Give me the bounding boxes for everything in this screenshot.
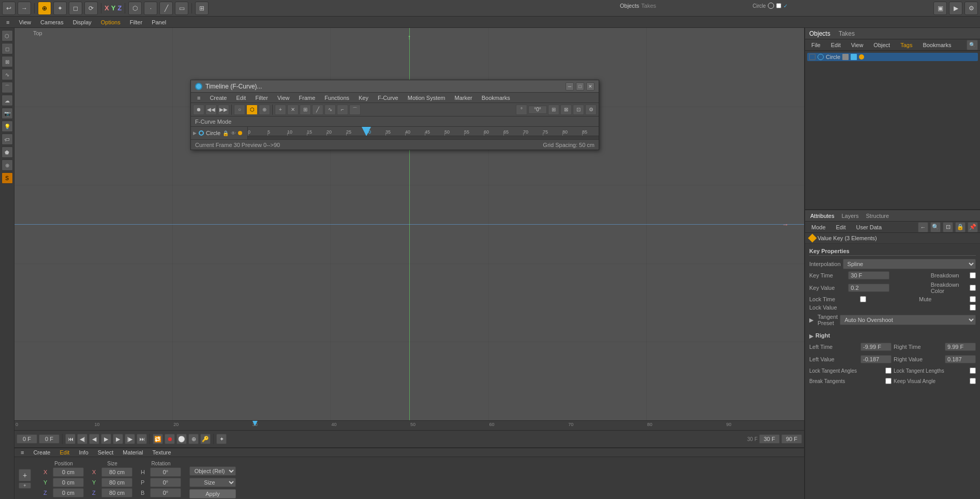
timeline-titlebar[interactable]: Timeline (F-Curve)... ─ □ ✕ [191, 80, 599, 93]
close-btn[interactable]: ✕ [586, 82, 595, 91]
minimize-btn[interactable]: ─ [566, 82, 574, 91]
scale-btn[interactable]: ◻ [69, 2, 82, 15]
tl-menu-frame[interactable]: Frame [295, 94, 320, 102]
lockvalue-checkbox[interactable] [970, 304, 976, 311]
bottom-info[interactable]: Info [75, 448, 92, 457]
pos-z-input[interactable] [53, 488, 84, 497]
tl-menu-fcurve[interactable]: F-Curve [374, 94, 403, 102]
lock-icon[interactable]: 🔒 [222, 130, 229, 136]
tangent-triangle[interactable]: ▶ [809, 317, 813, 324]
rot-b-input[interactable] [150, 488, 181, 497]
bottom-texture[interactable]: Texture [148, 448, 175, 457]
tl-filter-btn[interactable]: ⊡ [573, 105, 584, 115]
add-tag-btn[interactable]: + [19, 482, 31, 489]
tl-prev-btn[interactable]: ◀◀ [205, 105, 217, 115]
menu-cameras[interactable]: Cameras [36, 18, 68, 26]
redo-btn[interactable]: → [18, 2, 31, 15]
sidebar-light-btn[interactable]: 💡 [2, 121, 13, 132]
anim-motion-btn[interactable]: ⊕ [188, 434, 199, 444]
obj-tag2[interactable] [851, 54, 857, 60]
maximize-btn[interactable]: □ [576, 82, 584, 91]
lock-tangent-angles-checkbox[interactable] [885, 368, 892, 374]
obj-menu-tags[interactable]: Tags [896, 41, 916, 49]
keytime-input[interactable] [848, 271, 889, 280]
size-x-input[interactable] [101, 467, 132, 477]
tl-menu-filter[interactable]: Filter [251, 94, 272, 102]
edge-mode-btn[interactable]: ╱ [159, 2, 173, 15]
menu-options[interactable]: Options [97, 18, 125, 26]
anim-ruler[interactable]: 0 10 20 30 40 50 60 70 80 90 [14, 421, 804, 431]
collapse-arrow[interactable]: ▶ [193, 130, 197, 136]
obj-menu-bookmarks[interactable]: Bookmarks [918, 41, 955, 49]
tl-settings-btn[interactable]: ⚙ [585, 105, 597, 115]
menu-hamburger[interactable]: ≡ [2, 18, 13, 26]
obj-menu-view[interactable]: View [847, 41, 868, 49]
tl-motion-btn[interactable]: ⊕ [259, 105, 270, 115]
anim-next-btn[interactable]: ▶ [113, 434, 123, 444]
left-time-input[interactable] [860, 343, 892, 351]
tangent-preset-select[interactable]: Auto No Overshoot Auto Custom Linear Ste… [840, 315, 976, 325]
breakdown-color-checkbox[interactable] [970, 285, 976, 291]
rotate-btn[interactable]: ⟳ [84, 2, 98, 15]
breakdown-checkbox[interactable] [970, 272, 976, 278]
vis-icon[interactable]: 👁 [231, 130, 236, 136]
anim-auto-btn[interactable]: ⚪ [176, 434, 187, 444]
object-mode-btn[interactable]: ⬡ [128, 2, 142, 15]
tab-layers[interactable]: Layers [838, 212, 862, 220]
attr-search-btn[interactable]: 🔍 [930, 222, 941, 232]
obj-visibility-check[interactable] [809, 54, 815, 60]
fcurve-graph[interactable]: 0 5 10 15 20 25 30 35 40 45 50 [248, 127, 599, 139]
attr-lock-btn[interactable]: 🔒 [955, 222, 966, 232]
anim-key-btn[interactable]: 🔑 [200, 434, 211, 444]
obj-menu-edit[interactable]: Edit [827, 41, 845, 49]
anim-start-input[interactable] [17, 434, 37, 444]
tl-menu-marker[interactable]: Marker [450, 94, 476, 102]
circle-check-top[interactable] [776, 3, 781, 8]
rot-h-input[interactable] [150, 467, 181, 477]
tl-add-key-btn[interactable]: + [275, 105, 286, 115]
obj-menu-object[interactable]: Object [869, 41, 894, 49]
tab-attributes[interactable]: Attributes [807, 212, 837, 220]
attr-back-btn[interactable]: ← [918, 222, 928, 232]
anim-next-key-btn[interactable]: |▶ [125, 434, 135, 444]
right-time-input[interactable] [945, 343, 976, 351]
bottom-create[interactable]: Create [29, 448, 54, 457]
render-region-btn[interactable]: ▣ [933, 2, 947, 15]
break-tangents-checkbox[interactable] [885, 378, 892, 384]
sidebar-mograph-btn[interactable]: ⊕ [2, 159, 13, 171]
sidebar-scene-btn[interactable]: ☁ [2, 95, 13, 106]
sidebar-deform-btn[interactable]: ⌒ [2, 82, 13, 93]
points-mode-btn[interactable]: · [144, 2, 157, 15]
pos-y-input[interactable] [53, 478, 84, 487]
render-btn[interactable]: ▶ [949, 2, 962, 15]
tl-menu-motion[interactable]: Motion System [404, 94, 450, 102]
sidebar-mesh-btn[interactable]: ⊠ [2, 56, 13, 67]
anim-play-btn[interactable]: ▶ [101, 434, 111, 444]
menu-panel[interactable]: Panel [147, 18, 170, 26]
obj-tag1[interactable] [842, 54, 849, 60]
tab-takes[interactable]: Takes [839, 30, 855, 37]
anim-prev-key-btn[interactable]: ◀| [77, 434, 87, 444]
bottom-select[interactable]: Select [94, 448, 118, 457]
render-settings-btn[interactable]: ⚙ [964, 2, 978, 15]
tl-key-mode-btn[interactable]: ○ [234, 105, 245, 115]
tl-grid-btn[interactable]: ⊞ [548, 105, 559, 115]
right-value-input[interactable] [945, 355, 976, 363]
left-value-input[interactable] [860, 355, 892, 363]
move-btn[interactable]: ✦ [53, 2, 67, 15]
tl-angle-value[interactable]: °0° [528, 106, 547, 114]
anim-record-btn[interactable]: ⏺ [165, 434, 175, 444]
sidebar-sketch-btn[interactable]: S [2, 172, 13, 184]
sidebar-material-btn[interactable]: ⬟ [2, 146, 13, 158]
pos-x-input[interactable] [53, 467, 84, 477]
menu-filter[interactable]: Filter [126, 18, 146, 26]
keyvalue-input[interactable] [848, 284, 889, 292]
attr-pin-btn[interactable]: 📌 [968, 222, 978, 232]
tl-menu-functions[interactable]: Functions [320, 94, 353, 102]
tl-del-key-btn[interactable]: ✕ [287, 105, 299, 115]
attr-mode[interactable]: Mode [807, 223, 830, 231]
anim-current-input[interactable] [39, 434, 60, 444]
tl-ease-btn[interactable]: ⌒ [349, 105, 361, 115]
tl-spline-btn[interactable]: ∿ [324, 105, 336, 115]
lock-tangent-lengths-checkbox[interactable] [970, 368, 976, 374]
